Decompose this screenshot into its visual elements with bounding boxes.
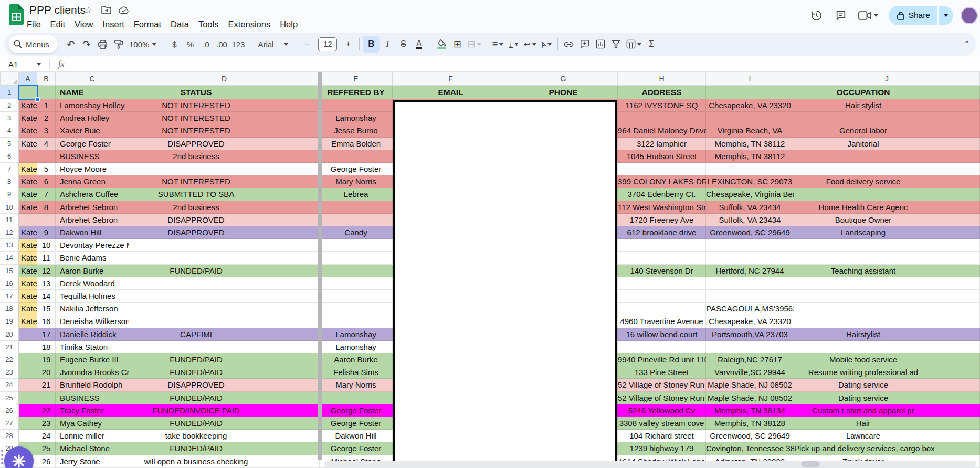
row-header-7[interactable]: 7 bbox=[0, 163, 19, 175]
cell-D12[interactable]: DISAPPROVED bbox=[129, 226, 320, 239]
cell-J23[interactable]: Resume writing professional ad bbox=[794, 366, 980, 379]
cell-E12[interactable]: Candy bbox=[320, 226, 393, 239]
cell-B2[interactable]: 1 bbox=[37, 99, 56, 112]
row-header-20[interactable]: 20 bbox=[0, 328, 19, 341]
cell-H18[interactable] bbox=[618, 303, 706, 315]
cell-J5[interactable]: Janitorial bbox=[794, 138, 980, 150]
cell-C8[interactable]: Jenna Green bbox=[56, 175, 129, 188]
row-header-11[interactable]: 11 bbox=[0, 214, 19, 226]
cell-J13[interactable] bbox=[794, 239, 980, 252]
row-header-22[interactable]: 22 bbox=[0, 353, 19, 366]
cell-C13[interactable]: Devontay Perezze Morris bbox=[56, 239, 129, 252]
cell-H21[interactable] bbox=[618, 341, 706, 353]
row-header-10[interactable]: 10 bbox=[0, 201, 19, 214]
cell-D7[interactable] bbox=[129, 163, 320, 175]
cell-I2[interactable]: Chesapeake, VA 23320 bbox=[706, 99, 794, 112]
cell-E11[interactable] bbox=[320, 214, 393, 226]
cell-E26[interactable]: George Foster bbox=[320, 404, 393, 417]
row-header-15[interactable]: 15 bbox=[0, 265, 19, 277]
cell-B5[interactable]: 4 bbox=[37, 138, 56, 150]
cell-C17[interactable]: Tequilla Holmes bbox=[56, 290, 129, 303]
cell-H7[interactable] bbox=[618, 163, 706, 175]
cell-I3[interactable] bbox=[706, 112, 794, 124]
row-header-9[interactable]: 9 bbox=[0, 188, 19, 201]
cell-A28[interactable] bbox=[19, 430, 37, 442]
cell-E20[interactable]: Lamonshay bbox=[320, 328, 393, 341]
cell-C5[interactable]: George Foster bbox=[56, 138, 129, 150]
cell-B28[interactable]: 24 bbox=[37, 430, 56, 442]
cell-C23[interactable]: Jvonndra Brooks Creech bbox=[56, 366, 129, 379]
cell-D18[interactable] bbox=[129, 303, 320, 315]
cell-H25[interactable]: 52 Village of Stoney Run apt a bbox=[618, 392, 706, 404]
horizontal-scrollbar-thumb[interactable] bbox=[801, 461, 820, 467]
cell-J26[interactable]: Custom t-shirt and apparel pr bbox=[794, 404, 980, 417]
cell-C30[interactable]: Jerry Stone bbox=[56, 455, 129, 468]
cell-J14[interactable] bbox=[794, 252, 980, 264]
column-header-C[interactable]: C bbox=[56, 72, 129, 86]
cell-I27[interactable]: Memphis, TN 38128 bbox=[706, 417, 794, 430]
cell-C16[interactable]: Derek Woodard bbox=[56, 277, 129, 290]
cell-J9[interactable] bbox=[794, 188, 980, 201]
cell-I24[interactable]: Maple Shade, NJ 08502 bbox=[706, 379, 794, 391]
cell-D29[interactable]: FUNDED/PAID bbox=[129, 442, 320, 455]
cell-B25[interactable] bbox=[37, 392, 56, 404]
cell-A21[interactable] bbox=[19, 341, 37, 353]
row-header-17[interactable]: 17 bbox=[0, 290, 19, 303]
cell-E5[interactable]: Emma Bolden bbox=[320, 138, 393, 150]
column-header-B[interactable]: B bbox=[37, 72, 56, 86]
cell-D1[interactable]: STATUS bbox=[129, 86, 320, 99]
cell-I25[interactable]: Maple Shade, NJ 08502 bbox=[706, 392, 794, 404]
cell-D19[interactable] bbox=[129, 315, 320, 328]
cell-E17[interactable] bbox=[320, 290, 393, 303]
cell-I16[interactable] bbox=[706, 277, 794, 290]
row-header-25[interactable]: 25 bbox=[0, 392, 19, 404]
cell-B9[interactable]: 7 bbox=[37, 188, 56, 201]
cell-B21[interactable]: 18 bbox=[37, 341, 56, 353]
cell-D21[interactable] bbox=[129, 341, 320, 353]
cell-H4[interactable]: 964 Daniel Maloney Drive bbox=[618, 124, 706, 137]
column-header-D[interactable]: D bbox=[129, 72, 320, 86]
cell-E25[interactable] bbox=[320, 392, 393, 404]
cell-J20[interactable]: Hairstylist bbox=[794, 328, 980, 341]
cell-E14[interactable] bbox=[320, 252, 393, 264]
cell-D26[interactable]: FUNDED/INVOICE PAID bbox=[129, 404, 320, 417]
cell-D28[interactable]: take bookkeeping bbox=[129, 430, 320, 442]
cell-A18[interactable]: Kate bbox=[19, 303, 37, 315]
cell-B26[interactable]: 22 bbox=[37, 404, 56, 417]
cell-A16[interactable]: Kate bbox=[19, 277, 37, 290]
cell-I9[interactable]: Chesapeake, Virginia Beach , 23452 bbox=[706, 188, 794, 201]
cell-H13[interactable] bbox=[618, 239, 706, 252]
cell-I21[interactable] bbox=[706, 341, 794, 353]
cell-F1[interactable]: EMAIL bbox=[393, 86, 509, 99]
cell-D15[interactable]: FUNDED/PAID bbox=[129, 265, 320, 277]
cell-H23[interactable]: 133 Pine Street bbox=[618, 366, 706, 379]
cell-D24[interactable]: DISAPPROVED bbox=[129, 379, 320, 391]
row-header-2[interactable]: 2 bbox=[0, 99, 19, 112]
cell-E2[interactable] bbox=[320, 99, 393, 112]
cell-C1[interactable]: NAME bbox=[56, 86, 129, 99]
cell-C7[interactable]: Royce Moore bbox=[56, 163, 129, 175]
row-header-28[interactable]: 28 bbox=[0, 430, 19, 442]
cell-I4[interactable]: Virginia Beach, VA bbox=[706, 124, 794, 137]
cell-B22[interactable]: 19 bbox=[37, 353, 56, 366]
cell-A19[interactable]: Kate bbox=[19, 315, 37, 328]
cell-J28[interactable]: Lawncare bbox=[794, 430, 980, 442]
cell-A25[interactable] bbox=[19, 392, 37, 404]
row-header-1[interactable]: 1 bbox=[0, 86, 19, 99]
cell-C20[interactable]: Danielle Riddick bbox=[56, 328, 129, 341]
cell-E3[interactable]: Lamonshay bbox=[320, 112, 393, 124]
cell-C28[interactable]: Lonnie miller bbox=[56, 430, 129, 442]
cell-I5[interactable]: Memphis, TN 38112 bbox=[706, 138, 794, 150]
cell-E9[interactable]: Lebrea bbox=[320, 188, 393, 201]
row-header-5[interactable]: 5 bbox=[0, 138, 19, 150]
cell-B16[interactable]: 13 bbox=[37, 277, 56, 290]
cell-J3[interactable] bbox=[794, 112, 980, 124]
cell-B14[interactable]: 11 bbox=[37, 252, 56, 264]
cell-D20[interactable]: CAPFIMI bbox=[129, 328, 320, 341]
cell-E24[interactable]: Mary Norris bbox=[320, 379, 393, 391]
cell-G1[interactable]: PHONE bbox=[509, 86, 618, 99]
cell-E18[interactable] bbox=[320, 303, 393, 315]
cell-I20[interactable]: Portsmouth,VA 23703 bbox=[706, 328, 794, 341]
cell-A4[interactable]: Kate bbox=[19, 124, 37, 137]
row-header-8[interactable]: 8 bbox=[0, 175, 19, 188]
